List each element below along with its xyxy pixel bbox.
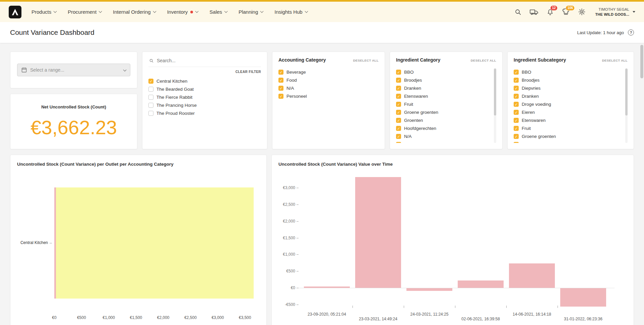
ingredient-subcategory-option-groenten[interactable]: ✓Groenten [514, 140, 622, 143]
search-icon [149, 58, 154, 63]
x-date-label: 14-06-2021, 16:14:18 [502, 312, 562, 317]
outlet-option-the-bearded-goat[interactable]: The Bearded Goat [148, 85, 261, 93]
net-stock-value: €3,662.23 [30, 116, 117, 139]
orders-icon[interactable]: 106 [562, 8, 570, 16]
nav-item-inventory[interactable]: Inventory [167, 9, 198, 15]
ingredient-subcategory-option-eieren[interactable]: ✓Eieren [514, 108, 622, 116]
help-icon[interactable]: ? [628, 29, 634, 35]
page-header: Count Variance Dashboard Last Update: 1 … [0, 22, 644, 43]
option-label: Broodjes [522, 78, 539, 83]
outlet-list: ✓Central KitchenThe Bearded GoatThe Fier… [148, 77, 261, 117]
clear-filter-button[interactable]: CLEAR FILTER [148, 70, 261, 74]
ingredient-subcategory-option-groene-groenten[interactable]: ✓Groene groenten [514, 132, 622, 140]
deselect-all-button[interactable]: DESELECT ALL [471, 59, 496, 62]
nav-item-label: Inventory [167, 9, 188, 15]
page-scrollbar[interactable] [640, 45, 643, 323]
nav-item-products[interactable]: Products [31, 9, 56, 15]
outlet-filter-card: CLEAR FILTER ✓Central KitchenThe Bearded… [142, 52, 267, 149]
net-stock-card: Net Uncontrolled Stock (Count) €3,662.23 [10, 94, 137, 149]
ingredient-category-option-dranken[interactable]: ✓Dranken [396, 84, 491, 92]
scrollbar-track[interactable] [494, 68, 496, 143]
option-label: Dranken [404, 86, 421, 91]
option-label: Fruit [522, 126, 531, 131]
header-right: Last Update: 1 hour ago ? [577, 29, 634, 35]
gear-icon[interactable] [578, 8, 586, 16]
user-name: TIMOTHY SEGAL [595, 7, 629, 12]
ingredient-category-card: Ingredient Category DESELECT ALL ✓BBO✓Br… [390, 52, 503, 149]
option-label: N/A [404, 134, 412, 139]
ingredient-category-scroll: ✓BBO✓Broodjes✓Dranken✓Etenswaren✓Fruit✓G… [396, 68, 496, 143]
time-bar-6 [560, 288, 606, 307]
user-menu[interactable]: TIMOTHY SEGAL THE WILD GOOS... [595, 7, 635, 17]
option-label: The Bearded Goat [156, 87, 194, 92]
app-logo[interactable] [9, 6, 21, 18]
ingredient-category-option-bbo[interactable]: ✓BBO [396, 68, 491, 76]
ingredient-category-option-groenten[interactable]: ✓Groenten [396, 116, 491, 124]
ingredient-category-option-groene-groenten[interactable]: ✓Groene groenten [396, 108, 491, 116]
x-date-label: 31-01-2022, 06:23:36 [553, 317, 614, 321]
nav-item-planning[interactable]: Planning [239, 9, 263, 15]
bell-icon[interactable]: 12 [546, 8, 554, 16]
truck-icon[interactable] [530, 9, 538, 15]
ingredient-subcategory-option-diepvries[interactable]: ✓Diepvries [514, 84, 622, 92]
option-label: Broodjes [404, 78, 422, 83]
search-icon[interactable] [514, 8, 522, 16]
outlet-option-central-kitchen[interactable]: ✓Central Kitchen [148, 77, 261, 85]
outlet-option-the-fierce-rabbit[interactable]: The Fierce Rabbit [148, 93, 261, 101]
ingredient-category-option-fruit[interactable]: ✓Fruit [396, 100, 491, 108]
outlet-option-the-prancing-horse[interactable]: The Prancing Horse [148, 101, 261, 109]
checkbox-checked-icon: ✓ [514, 134, 519, 139]
ingredient-category-option-n-a[interactable]: ✓N/A [396, 132, 491, 140]
checkbox-checked-icon: ✓ [514, 86, 519, 91]
nav-item-label: Procurement [68, 9, 96, 15]
x-date-label: 23-03-2021, 14:49:24 [348, 317, 408, 321]
ingredient-subcategory-option-bbo[interactable]: ✓BBO [514, 68, 622, 76]
x-axis-tick [404, 306, 404, 308]
option-label: Etenswaren [522, 118, 545, 123]
accounting-option-n-a[interactable]: ✓N/A [278, 84, 379, 92]
ingredient-subcategory-option-etenswaren[interactable]: ✓Etenswaren [514, 116, 622, 124]
scrollbar-track[interactable] [625, 68, 628, 143]
ingredient-subcategory-card: Ingredient Subcategory DESELECT ALL ✓BBO… [507, 52, 634, 149]
option-label: N/A [286, 86, 294, 91]
accounting-option-personeel[interactable]: ✓Personeel [278, 92, 379, 100]
outlet-chart-card: Uncontrolled Stock (Count Variance) per … [10, 155, 267, 325]
option-label: Fruit [404, 102, 413, 107]
nav-item-internal-ordering[interactable]: Internal Ordering [113, 9, 156, 15]
time-bar-2 [355, 177, 401, 288]
ingredient-category-option-hoofdgerechten[interactable]: ✓Hoofdgerechten [396, 124, 491, 132]
category-axis-label: Central Kitchen [17, 240, 48, 245]
date-range-input[interactable]: Select a range... [17, 64, 130, 76]
nav-item-sales[interactable]: Sales [209, 9, 227, 15]
nav-item-label: Internal Ordering [113, 9, 151, 15]
deselect-all-button[interactable]: DESELECT ALL [602, 59, 628, 62]
scrollbar-thumb[interactable] [625, 69, 628, 115]
checkbox-checked-icon: ✓ [278, 78, 283, 83]
x-axis-tick [455, 306, 455, 308]
outlet-search-input[interactable] [157, 58, 260, 63]
deselect-all-button[interactable]: DESELECT ALL [353, 59, 379, 62]
outlet-option-the-proud-rooster[interactable]: The Proud Rooster [148, 109, 261, 117]
ingredient-subcategory-option-dranken[interactable]: ✓Dranken [514, 92, 622, 100]
nav-item-insights-hub[interactable]: Insights Hub [274, 9, 307, 15]
date-range-placeholder: Select a range... [30, 67, 64, 73]
nav-item-procurement[interactable]: Procurement [68, 9, 102, 15]
ingredient-category-option-vlees[interactable]: ✓Vlees [396, 140, 491, 143]
nav-menu: ProductsProcurementInternal OrderingInve… [31, 9, 308, 15]
checkbox-checked-icon: ✓ [396, 134, 401, 139]
page-scrollbar-thumb[interactable] [640, 45, 643, 78]
ingredient-category-option-broodjes[interactable]: ✓Broodjes [396, 76, 491, 84]
accounting-option-beverage[interactable]: ✓Beverage [278, 68, 379, 76]
ingredient-subcategory-option-fruit[interactable]: ✓Fruit [514, 124, 622, 132]
ingredient-subcategory-option-droge-voeding[interactable]: ✓Droge voeding [514, 100, 622, 108]
ingredient-subcategory-list: ✓BBO✓Broodjes✓Diepvries✓Dranken✓Droge vo… [514, 68, 622, 143]
checkbox-checked-icon: ✓ [514, 110, 519, 115]
checkbox-unchecked-icon [148, 87, 153, 92]
scrollbar-thumb[interactable] [494, 69, 496, 115]
option-label: Food [286, 78, 297, 83]
ingredient-subcategory-option-broodjes[interactable]: ✓Broodjes [514, 76, 622, 84]
option-label: The Fierce Rabbit [156, 95, 192, 100]
orders-badge: 106 [566, 5, 575, 11]
ingredient-category-option-etenswaren[interactable]: ✓Etenswaren [396, 92, 491, 100]
accounting-option-food[interactable]: ✓Food [278, 76, 379, 84]
